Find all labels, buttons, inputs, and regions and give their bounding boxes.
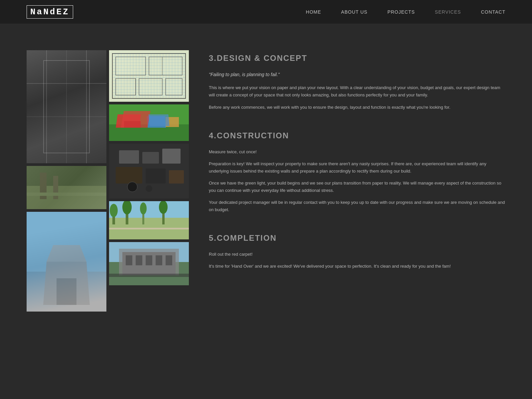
svg-rect-13 — [112, 54, 186, 98]
nav-contact[interactable]: CONTACT — [481, 9, 505, 15]
construction-body-2: Once we have the green light, your build… — [209, 180, 505, 194]
svg-rect-28 — [162, 149, 181, 164]
nav-home[interactable]: HOME — [306, 9, 321, 15]
image-materials — [109, 144, 189, 199]
design-quote: "Failing to plan, is planning to fail." — [209, 71, 505, 78]
svg-rect-27 — [142, 152, 159, 164]
completion-tagline: Roll out the red carpet! — [209, 251, 505, 258]
svg-point-38 — [122, 201, 132, 214]
image-park-outdoor — [109, 201, 189, 239]
section-completion: 5.COMPLETION Roll out the red carpet! It… — [209, 233, 505, 270]
svg-rect-22 — [116, 114, 141, 128]
svg-rect-18 — [166, 78, 182, 95]
section-design-concept: 3.DESIGN & CONCEPT "Failing to plan, is … — [209, 54, 505, 111]
completion-body-1: It's time for 'Hand Over' and we are exc… — [209, 263, 505, 270]
svg-rect-31 — [169, 170, 184, 184]
svg-rect-24 — [166, 117, 179, 127]
svg-marker-11 — [47, 245, 86, 262]
construction-tagline: Measure twice, cut once! — [209, 148, 505, 156]
nav-projects[interactable]: PROJECTS — [387, 9, 415, 15]
image-blueprint — [109, 50, 189, 102]
svg-rect-43 — [109, 228, 189, 229]
svg-point-42 — [159, 201, 168, 214]
image-office-meeting — [27, 50, 106, 163]
construction-section-title: 4.CONSTRUCTION — [209, 131, 505, 140]
image-3d-model — [109, 104, 189, 141]
svg-rect-49 — [146, 255, 152, 265]
svg-rect-52 — [109, 274, 189, 277]
nav-services[interactable]: SERVICES — [435, 9, 461, 15]
svg-rect-29 — [116, 167, 142, 184]
svg-rect-15 — [149, 57, 182, 75]
svg-point-32 — [127, 182, 137, 192]
svg-point-40 — [140, 202, 147, 214]
construction-body-3: Your dedicated project manager will be i… — [209, 199, 505, 213]
svg-rect-23 — [147, 116, 166, 128]
svg-rect-12 — [57, 278, 76, 305]
main-nav: HOME ABOUT US PROJECTS SERVICES CONTACT — [306, 9, 505, 15]
site-logo[interactable]: NaNdEZ — [27, 5, 73, 19]
svg-rect-14 — [116, 57, 146, 75]
svg-rect-48 — [136, 255, 142, 265]
svg-rect-25 — [124, 121, 141, 128]
svg-rect-51 — [166, 255, 172, 265]
image-building-construction — [109, 242, 189, 285]
text-content: 3.DESIGN & CONCEPT "Failing to plan, is … — [209, 50, 505, 312]
svg-rect-16 — [116, 78, 136, 95]
design-body-2: Before any work commences, we will work … — [209, 104, 505, 111]
svg-rect-17 — [139, 78, 162, 95]
svg-rect-5 — [27, 186, 106, 209]
design-body-1: This is where we put your vision on pape… — [209, 84, 505, 99]
main-content: 3.DESIGN & CONCEPT "Failing to plan, is … — [0, 24, 532, 332]
svg-rect-47 — [126, 255, 132, 265]
image-grid — [27, 50, 189, 312]
completion-section-title: 5.COMPLETION — [209, 233, 505, 243]
svg-point-36 — [110, 204, 118, 217]
image-construction-site — [27, 166, 106, 209]
design-section-title: 3.DESIGN & CONCEPT — [209, 54, 505, 63]
nav-about[interactable]: ABOUT US — [341, 9, 367, 15]
svg-rect-8 — [27, 193, 106, 196]
construction-body-1: Preparation is key! We will inspect your… — [209, 160, 505, 175]
svg-rect-26 — [119, 150, 139, 164]
image-architecture — [27, 212, 106, 312]
svg-rect-30 — [146, 169, 166, 184]
svg-rect-50 — [156, 255, 162, 265]
svg-point-33 — [146, 185, 152, 192]
section-construction: 4.CONSTRUCTION Measure twice, cut once! … — [209, 131, 505, 214]
